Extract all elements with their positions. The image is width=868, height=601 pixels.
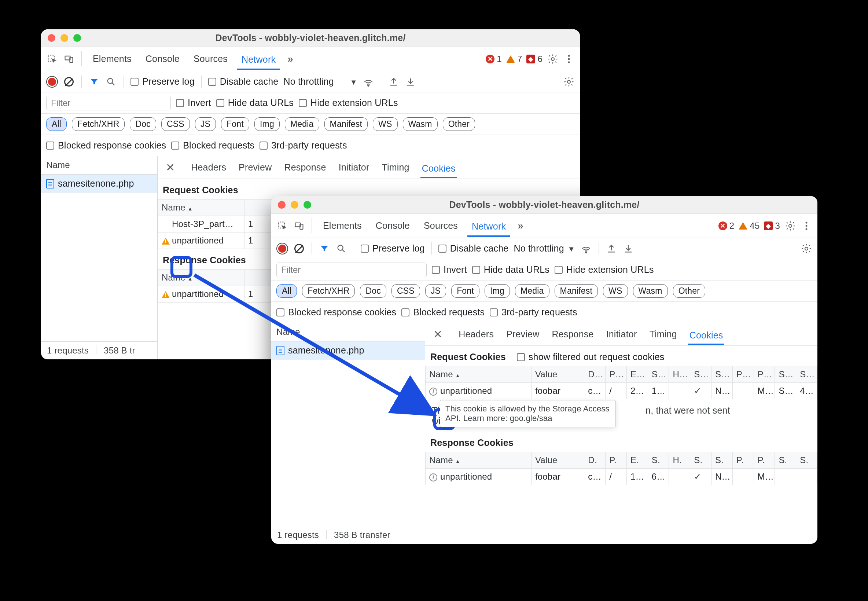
close-detail-icon[interactable]: ✕: [431, 328, 445, 341]
pill-all[interactable]: All: [46, 117, 67, 131]
throttling-select[interactable]: No throttling▼: [513, 243, 575, 254]
pill-font[interactable]: Font: [451, 284, 480, 298]
hide-extension-urls-checkbox[interactable]: Hide extension URLs: [554, 264, 654, 275]
dtab-preview[interactable]: Preview: [237, 159, 273, 175]
tab-console[interactable]: Console: [141, 49, 184, 69]
pill-ws[interactable]: WS: [373, 117, 397, 131]
filter-input[interactable]: [276, 262, 427, 277]
tab-network[interactable]: Network: [468, 217, 510, 237]
pill-doc[interactable]: Doc: [130, 117, 156, 131]
badge-warnings[interactable]: 45: [739, 221, 760, 231]
pill-media[interactable]: Media: [515, 284, 550, 298]
settings-icon[interactable]: [547, 53, 559, 65]
filter-input[interactable]: [46, 96, 171, 110]
inspect-icon[interactable]: [276, 220, 288, 232]
download-har-icon[interactable]: [405, 76, 416, 88]
kebab-menu-icon[interactable]: [801, 220, 812, 232]
download-har-icon[interactable]: [623, 243, 634, 255]
table-row[interactable]: iunpartitioned foobar c… / 1… 6… ✓ N… M…: [426, 468, 818, 485]
pill-all[interactable]: All: [276, 284, 297, 298]
requests-header[interactable]: Name: [41, 156, 157, 175]
blocked-response-cookies-checkbox[interactable]: Blocked response cookies: [276, 307, 396, 317]
pill-css[interactable]: CSS: [161, 117, 190, 131]
search-icon[interactable]: [105, 76, 117, 88]
requests-header[interactable]: Name: [271, 323, 425, 342]
minimize-window-icon[interactable]: [61, 34, 68, 42]
zoom-window-icon[interactable]: [303, 201, 311, 209]
tab-network[interactable]: Network: [237, 50, 280, 70]
badge-errors[interactable]: ✕1: [486, 54, 502, 64]
settings-icon[interactable]: [784, 220, 796, 232]
preserve-log-checkbox[interactable]: Preserve log: [131, 76, 195, 87]
disable-cache-checkbox[interactable]: Disable cache: [208, 76, 279, 87]
invert-checkbox[interactable]: Invert: [176, 98, 211, 108]
pill-js[interactable]: JS: [195, 117, 216, 131]
more-tabs-icon[interactable]: »: [285, 53, 295, 65]
pill-wasm[interactable]: Wasm: [403, 117, 438, 131]
show-filtered-checkbox[interactable]: show filtered out request cookies: [517, 352, 665, 362]
dtab-initiator[interactable]: Initiator: [605, 326, 638, 342]
dtab-timing[interactable]: Timing: [648, 326, 678, 342]
dtab-timing[interactable]: Timing: [380, 159, 411, 175]
pill-wasm[interactable]: Wasm: [633, 284, 668, 298]
dtab-response[interactable]: Response: [283, 159, 327, 175]
dtab-headers[interactable]: Headers: [189, 159, 228, 175]
tab-console[interactable]: Console: [371, 216, 414, 235]
pill-img[interactable]: Img: [484, 284, 510, 298]
clear-icon[interactable]: [63, 76, 75, 88]
pill-other[interactable]: Other: [673, 284, 706, 298]
disable-cache-checkbox[interactable]: Disable cache: [439, 243, 509, 254]
panel-settings-icon[interactable]: [563, 76, 575, 88]
pill-js[interactable]: JS: [425, 284, 446, 298]
hide-data-urls-checkbox[interactable]: Hide data URLs: [472, 264, 550, 275]
upload-har-icon[interactable]: [606, 243, 617, 255]
badge-warnings[interactable]: 7: [506, 54, 522, 64]
close-detail-icon[interactable]: ✕: [163, 161, 177, 174]
pill-font[interactable]: Font: [221, 117, 249, 131]
invert-checkbox[interactable]: Invert: [432, 264, 467, 275]
dtab-cookies[interactable]: Cookies: [688, 327, 725, 345]
pill-ws[interactable]: WS: [603, 284, 627, 298]
badge-issues[interactable]: ◆6: [526, 54, 542, 64]
hide-data-urls-checkbox[interactable]: Hide data URLs: [216, 98, 294, 108]
third-party-requests-checkbox[interactable]: 3rd-party requests: [490, 307, 577, 317]
tab-elements[interactable]: Elements: [88, 49, 136, 69]
panel-settings-icon[interactable]: [801, 243, 812, 255]
record-icon[interactable]: [276, 243, 288, 255]
pill-manifest[interactable]: Manifest: [554, 284, 598, 298]
blocked-requests-checkbox[interactable]: Blocked requests: [401, 307, 484, 317]
record-icon[interactable]: [46, 76, 58, 88]
device-toggle-icon[interactable]: [293, 220, 305, 232]
tab-elements[interactable]: Elements: [318, 216, 366, 235]
preserve-log-checkbox[interactable]: Preserve log: [361, 243, 425, 254]
request-row-samesitenone[interactable]: samesitenone.php: [271, 342, 425, 360]
third-party-requests-checkbox[interactable]: 3rd-party requests: [259, 140, 347, 151]
search-icon[interactable]: [335, 243, 347, 255]
clear-icon[interactable]: [293, 243, 305, 255]
pill-doc[interactable]: Doc: [360, 284, 386, 298]
pill-manifest[interactable]: Manifest: [324, 117, 368, 131]
blocked-response-cookies-checkbox[interactable]: Blocked response cookies: [46, 140, 166, 151]
table-row[interactable]: iunpartitioned foobar c… / 2… 1… ✓ N… M……: [426, 383, 818, 399]
filter-toggle-icon[interactable]: [318, 243, 330, 255]
dtab-response[interactable]: Response: [550, 326, 595, 342]
pill-fetchxhr[interactable]: Fetch/XHR: [72, 117, 125, 131]
pill-fetchxhr[interactable]: Fetch/XHR: [302, 284, 355, 298]
pill-media[interactable]: Media: [285, 117, 319, 131]
upload-har-icon[interactable]: [388, 76, 399, 88]
dtab-headers[interactable]: Headers: [457, 326, 495, 342]
more-tabs-icon[interactable]: »: [515, 220, 525, 232]
inspect-icon[interactable]: [46, 53, 58, 65]
hide-extension-urls-checkbox[interactable]: Hide extension URLs: [299, 98, 398, 108]
tab-sources[interactable]: Sources: [419, 216, 462, 235]
pill-img[interactable]: Img: [254, 117, 280, 131]
pill-css[interactable]: CSS: [391, 284, 420, 298]
network-conditions-icon[interactable]: [362, 76, 374, 88]
device-toggle-icon[interactable]: [63, 53, 75, 65]
pill-other[interactable]: Other: [443, 117, 475, 131]
badge-issues[interactable]: ◆3: [764, 221, 780, 231]
request-row-samesitenone[interactable]: samesitenone.php: [41, 175, 157, 193]
minimize-window-icon[interactable]: [291, 201, 298, 209]
network-conditions-icon[interactable]: [580, 243, 592, 255]
kebab-menu-icon[interactable]: [563, 53, 575, 65]
